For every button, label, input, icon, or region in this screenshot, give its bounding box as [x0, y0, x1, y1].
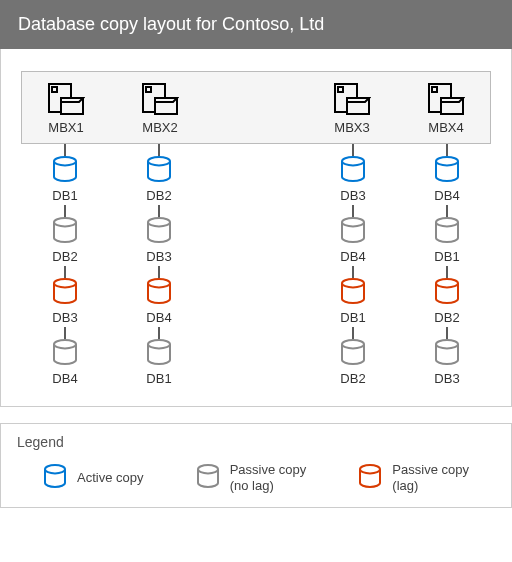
db-label: DB2 [146, 188, 171, 203]
database-icon [146, 278, 172, 308]
server-mbx2: MBX2 [136, 82, 184, 135]
connector-line [158, 205, 160, 217]
server-mbx4: MBX4 [422, 82, 470, 135]
svg-rect-4 [146, 87, 151, 92]
svg-point-14 [54, 279, 76, 287]
database-icon [340, 156, 366, 186]
connector-line [352, 327, 354, 339]
database-icon [434, 339, 460, 369]
svg-point-23 [342, 340, 364, 348]
database-icon [196, 464, 220, 492]
svg-point-21 [342, 218, 364, 226]
connector-line [446, 327, 448, 339]
connector-line [64, 144, 66, 156]
connector-line [158, 266, 160, 278]
svg-point-24 [436, 157, 458, 165]
db-label: DB3 [146, 249, 171, 264]
db-copy: DB2 [146, 144, 172, 205]
servers-row: MBX1 MBX2 MBX3 MBX4 [21, 71, 491, 144]
database-icon [146, 339, 172, 369]
database-icon [52, 278, 78, 308]
svg-rect-10 [432, 87, 437, 92]
database-icon [340, 217, 366, 247]
legend-text: Passive copy (no lag) [230, 462, 307, 493]
legend-text: Active copy [77, 470, 143, 486]
connector-line [64, 205, 66, 217]
svg-point-28 [45, 465, 65, 473]
db-label: DB3 [52, 310, 77, 325]
page-title: Database copy layout for Contoso, Ltd [0, 0, 512, 49]
legend-heading: Legend [17, 434, 495, 450]
db-label: DB1 [340, 310, 365, 325]
server-icon [47, 82, 85, 116]
connector-line [352, 266, 354, 278]
database-icon [52, 156, 78, 186]
db-copy: DB1 [434, 205, 460, 266]
db-label: DB4 [52, 371, 77, 386]
database-icon [146, 156, 172, 186]
db-label: DB1 [52, 188, 77, 203]
svg-point-19 [148, 340, 170, 348]
db-label: DB3 [434, 371, 459, 386]
db-label: DB2 [434, 310, 459, 325]
svg-point-20 [342, 157, 364, 165]
connector-line [352, 205, 354, 217]
svg-point-26 [436, 279, 458, 287]
svg-point-18 [148, 279, 170, 287]
database-icon [434, 217, 460, 247]
svg-point-22 [342, 279, 364, 287]
connector-line [158, 144, 160, 156]
svg-point-25 [436, 218, 458, 226]
db-copy: DB3 [146, 205, 172, 266]
legend-item: Passive copy (no lag) [196, 462, 307, 493]
server-icon [427, 82, 465, 116]
connector-line [446, 205, 448, 217]
connector-line [446, 266, 448, 278]
db-label: DB4 [434, 188, 459, 203]
svg-rect-1 [52, 87, 57, 92]
svg-point-29 [198, 465, 218, 473]
connector-line [446, 144, 448, 156]
db-label: DB1 [146, 371, 171, 386]
legend-items: Active copy Passive copy (no lag) Passiv… [17, 462, 495, 493]
svg-point-27 [436, 340, 458, 348]
connector-line [158, 327, 160, 339]
server-label: MBX2 [142, 120, 177, 135]
server-mbx3: MBX3 [328, 82, 376, 135]
svg-point-15 [54, 340, 76, 348]
database-icon [340, 339, 366, 369]
db-copy: DB2 [52, 205, 78, 266]
db-column-1: DB1 DB2 DB3 DB4 [41, 144, 89, 388]
db-copy: DB4 [52, 327, 78, 388]
db-copy: DB1 [146, 327, 172, 388]
db-column-4: DB4 DB1 DB2 DB3 [423, 144, 471, 388]
database-icon [358, 464, 382, 492]
db-copy: DB3 [52, 266, 78, 327]
svg-point-16 [148, 157, 170, 165]
db-copy: DB4 [146, 266, 172, 327]
svg-rect-7 [338, 87, 343, 92]
connector-line [64, 327, 66, 339]
db-label: DB4 [146, 310, 171, 325]
legend-item: Active copy [43, 464, 143, 492]
db-copy: DB3 [434, 327, 460, 388]
database-icon [52, 339, 78, 369]
legend-item: Passive copy (lag) [358, 462, 469, 493]
connector-line [64, 266, 66, 278]
db-label: DB2 [52, 249, 77, 264]
server-icon [333, 82, 371, 116]
legend: Legend Active copy Passive copy (no lag)… [0, 423, 512, 508]
server-mbx1: MBX1 [42, 82, 90, 135]
database-icon [52, 217, 78, 247]
db-column-2: DB2 DB3 DB4 DB1 [135, 144, 183, 388]
database-icon [434, 278, 460, 308]
svg-point-13 [54, 218, 76, 226]
db-copy: DB3 [340, 144, 366, 205]
database-icon [43, 464, 67, 492]
svg-point-12 [54, 157, 76, 165]
db-label: DB3 [340, 188, 365, 203]
db-columns: DB1 DB2 DB3 DB4 DB2 DB3 [21, 144, 491, 388]
connector-line [352, 144, 354, 156]
db-label: DB2 [340, 371, 365, 386]
diagram-canvas: MBX1 MBX2 MBX3 MBX4 [0, 49, 512, 407]
